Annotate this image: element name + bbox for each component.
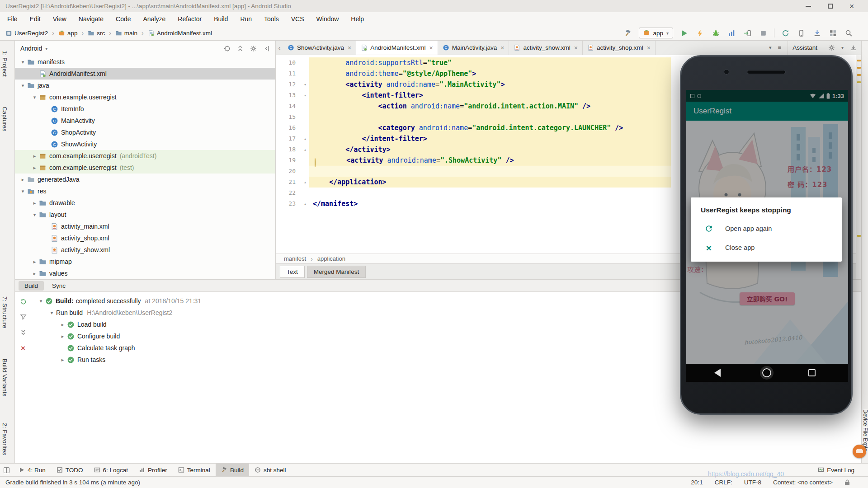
project-view-selector[interactable]: Android — [20, 45, 42, 52]
search-everywhere-icon[interactable] — [844, 28, 854, 38]
build-tab-build[interactable]: Build — [19, 281, 44, 291]
tree-item-manifests[interactable]: ▾ manifests — [15, 56, 275, 68]
fold-open-icon[interactable]: ▾ — [301, 79, 309, 90]
chevron-expanded-icon[interactable]: ▾ — [30, 94, 39, 100]
toolwindow-switcher-icon[interactable] — [4, 467, 9, 473]
stripe-mark[interactable] — [857, 67, 861, 69]
avd-manager-icon[interactable] — [796, 28, 806, 38]
home-button[interactable] — [762, 368, 771, 377]
toolwindow-button-6-logcat[interactable]: 6: Logcat — [89, 464, 134, 476]
close-window-button[interactable]: × — [841, 0, 863, 12]
sync-project-icon[interactable] — [780, 28, 790, 38]
toolwindow-button-sbt-shell[interactable]: sbt shell — [249, 464, 292, 476]
dialog-action-close-app[interactable]: ×Close app — [691, 238, 842, 257]
profiler-button[interactable] — [726, 28, 736, 38]
tab-showactivity-java[interactable]: C ShowActivity.java × — [283, 41, 356, 55]
lock-icon[interactable] — [844, 479, 850, 485]
menu-build[interactable]: Build — [214, 15, 228, 23]
tool-tab-device-file-explorer[interactable]: Device File Explo — [862, 409, 868, 451]
tree-item-com-example-userregist[interactable]: ▾ com.example.userregist — [15, 91, 275, 103]
chevron-collapsed-icon[interactable]: ▸ — [58, 333, 67, 339]
tab-activity-show-xml[interactable]: activity_show.xml × — [509, 41, 582, 55]
hidden-tabs-dropdown-icon[interactable]: ▾ — [769, 45, 772, 51]
chevron-collapsed-icon[interactable]: ▸ — [58, 322, 67, 328]
stripe-mark[interactable] — [857, 235, 861, 237]
encoding-indicator[interactable]: UTF-8 — [744, 479, 761, 486]
tree-item-com-example-userregist[interactable]: ▸ com.example.userregist (androidTest) — [15, 150, 275, 162]
close-tab-icon[interactable]: × — [429, 44, 433, 52]
build-tab-sync[interactable]: Sync — [46, 281, 71, 291]
tree-item-mipmap[interactable]: ▸ mipmap — [15, 256, 275, 267]
gear-icon[interactable] — [250, 45, 257, 52]
close-icon[interactable]: × — [21, 344, 25, 352]
fold-close-icon[interactable]: ▴ — [301, 144, 309, 155]
run-button[interactable] — [679, 28, 689, 38]
tool-tab-build-variants[interactable]: Build Variants — [1, 359, 8, 396]
menu-file[interactable]: File — [7, 15, 18, 23]
tab-scroll-left-icon[interactable]: ‹ — [276, 41, 283, 55]
sdk-manager-icon[interactable] — [812, 28, 822, 38]
chevron-collapsed-icon[interactable]: ▸ — [58, 357, 67, 363]
chevron-expanded-icon[interactable]: ▾ — [19, 188, 27, 194]
menu-navigate[interactable]: Navigate — [79, 15, 104, 23]
run-config-selector[interactable]: app ▾ — [639, 28, 673, 38]
line-separator-indicator[interactable]: CRLF: — [715, 479, 732, 486]
chevron-collapsed-icon[interactable]: ▸ — [30, 165, 39, 171]
menu-edit[interactable]: Edit — [30, 15, 41, 23]
tree-item-androidmanifest-xml[interactable]: AndroidManifest.xml — [15, 68, 275, 80]
filter-icon[interactable] — [20, 314, 27, 320]
toolwindow-button-terminal[interactable]: Terminal — [173, 464, 216, 476]
toolwindow-button-todo[interactable]: TODO — [51, 464, 89, 476]
breadcrumb-userregist2[interactable]: UserRegist2 — [5, 30, 48, 37]
close-tab-icon[interactable]: × — [500, 44, 504, 52]
expand-all-icon[interactable] — [20, 329, 27, 336]
tree-item-layout[interactable]: ▾ layout — [15, 209, 275, 221]
stripe-mark[interactable] — [857, 81, 861, 83]
tool-tab-favorites[interactable]: 2: Favorites — [1, 423, 8, 455]
toolwindow-button-event-log[interactable]: Event Log — [812, 464, 860, 476]
breadcrumb-application[interactable]: application — [317, 255, 345, 262]
toolwindow-button-profiler[interactable]: Profiler — [133, 464, 173, 476]
tree-item-drawable[interactable]: ▸ drawable — [15, 197, 275, 209]
tree-item-activity-show-xml[interactable]: activity_show.xml — [15, 244, 275, 256]
caret-position[interactable]: 20:1 — [691, 479, 703, 486]
tree-item-res[interactable]: ▾ res — [15, 185, 275, 197]
split-editor-icon[interactable]: ≡ — [778, 44, 782, 51]
breadcrumb-app[interactable]: app — [58, 30, 78, 37]
menu-tools[interactable]: Tools — [264, 15, 279, 23]
close-tab-icon[interactable]: × — [574, 44, 578, 52]
gear-icon[interactable] — [828, 44, 835, 51]
tab-androidmanifest-xml[interactable]: AndroidManifest.xml × — [356, 41, 438, 55]
tree-item-com-example-userregist[interactable]: ▸ com.example.userregist (test) — [15, 162, 275, 174]
tree-item-mainactivity[interactable]: C MainActivity — [15, 115, 275, 127]
chevron-collapsed-icon[interactable]: ▸ — [30, 200, 39, 206]
close-tab-icon[interactable]: × — [348, 44, 351, 52]
tree-item-showactivity[interactable]: C ShowActivity — [15, 138, 275, 150]
fold-close-icon[interactable]: ▴ — [301, 133, 309, 144]
stripe-mark[interactable] — [857, 60, 861, 61]
hide-panel-icon[interactable] — [850, 44, 857, 51]
fold-open-icon[interactable]: ▾ — [301, 90, 309, 101]
menu-analyze[interactable]: Analyze — [143, 15, 166, 23]
menu-refactor[interactable]: Refactor — [178, 15, 202, 23]
tree-item-generatedjava[interactable]: ▸ generatedJava — [15, 174, 275, 185]
view-tab-text[interactable]: Text — [280, 266, 305, 278]
stripe-mark[interactable] — [857, 74, 861, 76]
menu-help[interactable]: Help — [351, 15, 364, 23]
menu-vcs[interactable]: VCS — [291, 15, 304, 23]
hide-panel-icon[interactable] — [263, 45, 270, 52]
menu-code[interactable]: Code — [116, 15, 131, 23]
tool-tab-structure[interactable]: 7: Structure — [1, 296, 8, 328]
apply-changes-icon[interactable] — [695, 28, 705, 38]
project-structure-icon[interactable] — [828, 28, 838, 38]
context-indicator[interactable]: Context: <no context> — [773, 479, 833, 486]
dialog-action-open-app-again[interactable]: Open app again — [691, 219, 842, 238]
fold-close-icon[interactable]: ▴ — [301, 177, 309, 188]
tree-item-iteminfo[interactable]: C ItemInfo — [15, 103, 275, 115]
tree-item-activity-main-xml[interactable]: activity_main.xml — [15, 221, 275, 232]
locate-file-icon[interactable] — [224, 45, 231, 52]
menu-view[interactable]: View — [53, 15, 66, 23]
chevron-expanded-icon[interactable]: ▾ — [37, 298, 45, 304]
back-button[interactable] — [714, 369, 721, 377]
chevron-collapsed-icon[interactable]: ▸ — [19, 177, 27, 183]
